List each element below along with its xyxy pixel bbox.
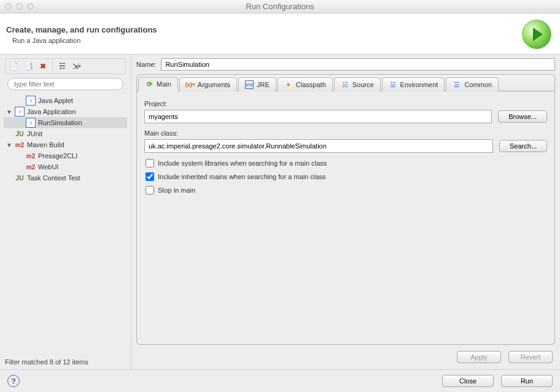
main-tab-icon: ⟳ (145, 80, 154, 88)
cb-stop-in-main-box[interactable] (146, 186, 154, 194)
tab-label: Arguments (198, 81, 230, 88)
header-title: Create, manage, and run configurations (6, 25, 157, 34)
tree-item[interactable]: ▼m2Maven Build (4, 139, 127, 150)
jre-tab-icon: JRE (245, 80, 254, 89)
m2-icon: m2 (15, 140, 25, 150)
java-icon: J (26, 118, 36, 128)
tree-item-label: RunSimulation (38, 119, 82, 126)
m2-icon: m2 (26, 162, 36, 172)
java-icon: J (26, 96, 36, 106)
tab-label: Main (157, 80, 171, 88)
tab-jre[interactable]: JREJRE (238, 77, 276, 91)
config-tree: JJava Applet▼JJava ApplicationJRunSimula… (0, 94, 131, 355)
tab-label: JRE (257, 81, 270, 88)
mainclass-input[interactable] (144, 139, 493, 153)
cb-stop-in-main-label: Stop in main (158, 186, 195, 194)
args-tab-icon: (x)= (186, 80, 195, 89)
tab-src[interactable]: ☵Source (334, 77, 381, 91)
delete-config-icon[interactable]: ✖ (37, 61, 49, 72)
apply-button[interactable]: Apply (457, 351, 501, 363)
com-tab-icon: ☰ (453, 80, 461, 89)
src-tab-icon: ☵ (341, 80, 349, 89)
tree-item[interactable]: JUTask Context Test (4, 172, 127, 183)
close-button[interactable]: Close (442, 375, 494, 387)
cp-tab-icon: ✦ (284, 80, 293, 89)
cb-inherited-mains-box[interactable] (146, 172, 154, 181)
tab-label: Source (352, 81, 374, 88)
sidebar: 📄 📑 ✖ ☵ ⇲▾ JJava Applet▼JJava Applicatio… (0, 55, 131, 369)
tree-item[interactable]: m2WebUI (4, 161, 127, 172)
tree-item[interactable]: ▼JJava Application (4, 106, 127, 117)
env-tab-icon: ☱ (389, 80, 397, 89)
new-config-icon[interactable]: 📄 (8, 61, 19, 72)
name-label: Name: (136, 61, 156, 68)
cb-stop-in-main[interactable]: Stop in main (146, 186, 547, 194)
tab-label: Classpath (296, 81, 326, 88)
titlebar: Run Configurations (0, 0, 560, 13)
tab-args[interactable]: (x)=Arguments (179, 77, 237, 91)
tabbar: ⟳Main(x)=ArgumentsJREJRE✦Classpath☵Sourc… (136, 74, 555, 91)
browse-project-button[interactable]: Browse... (498, 110, 547, 123)
cb-system-libs-label: Include system libraries when searching … (158, 159, 327, 167)
expand-icon[interactable]: ▼ (6, 142, 12, 148)
tab-label: Environment (400, 81, 438, 88)
help-icon[interactable]: ? (7, 375, 20, 387)
cb-system-libs-box[interactable] (146, 159, 154, 167)
project-input[interactable] (144, 110, 492, 123)
java-icon: J (15, 107, 25, 117)
name-input[interactable] (161, 58, 555, 71)
tree-item-label: Task Context Test (27, 174, 80, 182)
tab-label: Common (464, 81, 492, 88)
tree-item[interactable]: JJava Applet (4, 95, 127, 106)
mainclass-label: Main class: (144, 129, 547, 137)
tree-item[interactable]: JUJUnit (4, 128, 127, 139)
search-mainclass-button[interactable]: Search... (499, 140, 547, 152)
run-icon (522, 20, 551, 49)
footer: ? Close Run (0, 369, 560, 392)
collapse-all-icon[interactable]: ⇲▾ (71, 61, 82, 72)
tree-item-label: WebUI (38, 163, 58, 171)
m2-icon: m2 (26, 151, 36, 161)
junit-icon: JU (15, 129, 25, 139)
tab-env[interactable]: ☱Environment (382, 77, 445, 91)
header-subtitle: Run a Java application (12, 37, 157, 44)
name-row: Name: (136, 58, 555, 71)
tree-item-label: JUnit (27, 130, 42, 137)
window-title: Run Configurations (0, 2, 560, 11)
tree-item[interactable]: JRunSimulation (4, 117, 127, 128)
tab-cp[interactable]: ✦Classpath (278, 77, 333, 91)
tree-item[interactable]: m2Presage2CLI (4, 150, 127, 161)
junit-icon: JU (15, 173, 25, 183)
apply-revert-row: Apply Revert (136, 345, 555, 369)
tab-com[interactable]: ☰Common (446, 77, 499, 91)
tree-item-label: Presage2CLI (38, 152, 77, 159)
cb-inherited-mains-label: Include inherited mains when searching f… (158, 173, 325, 180)
revert-button[interactable]: Revert (508, 351, 553, 363)
cb-system-libs[interactable]: Include system libraries when searching … (146, 159, 547, 167)
expand-icon[interactable]: ▼ (6, 109, 12, 115)
footer-actions: Close Run (442, 375, 553, 387)
tree-item-label: Java Applet (38, 97, 73, 104)
tree-item-label: Java Application (27, 108, 76, 115)
duplicate-config-icon[interactable]: 📑 (23, 61, 34, 72)
cb-inherited-mains[interactable]: Include inherited mains when searching f… (146, 172, 547, 181)
project-label: Project: (144, 100, 547, 107)
tab-main-body: Project: Browse... Main class: Search...… (136, 91, 555, 345)
main-panel: Name: ⟳Main(x)=ArgumentsJREJRE✦Classpath… (131, 55, 560, 369)
tree-item-label: Maven Build (27, 141, 64, 148)
filter-status: Filter matched 8 of 12 items (0, 355, 131, 369)
tab-main[interactable]: ⟳Main (138, 77, 178, 91)
content-area: 📄 📑 ✖ ☵ ⇲▾ JJava Applet▼JJava Applicatio… (0, 55, 560, 369)
dialog-header: Create, manage, and run configurations R… (0, 13, 560, 55)
play-icon (533, 28, 543, 41)
run-button[interactable]: Run (501, 375, 553, 387)
filter-input[interactable] (7, 78, 123, 90)
sidebar-toolbar: 📄 📑 ✖ ☵ ⇲▾ (5, 58, 126, 74)
filter-tree-icon[interactable]: ☵ (56, 61, 68, 72)
filter-container (7, 78, 123, 90)
